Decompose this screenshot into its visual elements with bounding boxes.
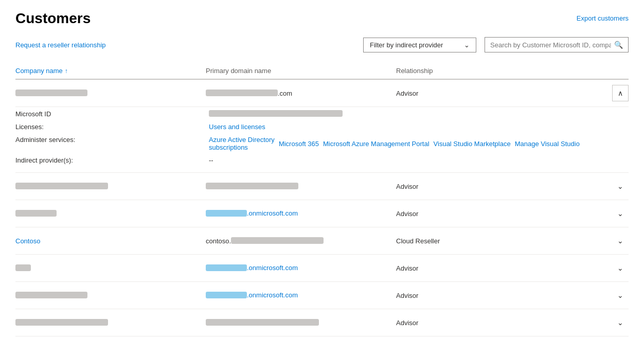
table-row-2: Advisor ⌄ (15, 173, 629, 200)
expand-button-3[interactable]: ⌄ (612, 205, 629, 222)
table-row-main-1: .com Advisor ∧ (15, 80, 629, 107)
relationship-cell-7: Advisor (396, 319, 598, 327)
expand-button-4[interactable]: ⌄ (612, 233, 629, 249)
relationship-value-4: Cloud Reseller (396, 237, 440, 245)
domain-link-5[interactable]: .onmicrosoft.com (206, 264, 298, 272)
domain-blurred-7 (206, 319, 319, 326)
vs-marketplace-link[interactable]: Visual Studio Marketplace (434, 140, 511, 148)
expand-cell-6: ⌄ (598, 287, 629, 304)
domain-cell-4: contoso. (206, 237, 396, 245)
expand-cell-7: ⌄ (598, 314, 629, 331)
column-header-actions (598, 67, 629, 75)
filter-dropdown-icon: ⌄ (464, 41, 470, 49)
filter-by-provider-button[interactable]: Filter by indirect provider ⌄ (363, 38, 476, 52)
administer-links-container: Azure Active Directorysubscriptions Micr… (209, 136, 629, 151)
relationship-cell-1: Advisor (396, 90, 598, 97)
column-header-relationship: Relationship (396, 67, 598, 75)
domain-prefix-blurred-6 (206, 292, 247, 298)
table-row-5: .onmicrosoft.com Advisor ⌄ (15, 255, 629, 282)
domain-link-3[interactable]: .onmicrosoft.com (206, 209, 298, 217)
expand-cell-2: ⌄ (598, 178, 629, 194)
relationship-value-3: Advisor (396, 210, 418, 218)
domain-suffix-3: .onmicrosoft.com (247, 209, 298, 217)
indirect-provider-value: -- (209, 155, 629, 165)
expanded-row-1: Microsoft ID Licenses: Users and license… (15, 107, 629, 173)
company-name-cell-5 (15, 264, 206, 272)
company-name-blurred-3 (15, 210, 57, 217)
filter-button-label: Filter by indirect provider (370, 41, 443, 49)
table-row-7: Advisor ⌄ (15, 309, 629, 336)
page-header: Customers Export customers (15, 10, 629, 27)
expand-button-5[interactable]: ⌄ (612, 260, 629, 276)
relationship-cell-3: Advisor (396, 210, 598, 218)
sort-up-icon: ↑ (65, 67, 68, 75)
domain-suffix-5: .onmicrosoft.com (247, 264, 298, 272)
expand-cell-5: ⌄ (598, 260, 629, 276)
azure-ad-link[interactable]: Azure Active Directorysubscriptions (209, 136, 275, 151)
manage-vs-link[interactable]: Manage Visual Studio (515, 140, 580, 148)
domain-link-6[interactable]: .onmicrosoft.com (206, 291, 298, 299)
expand-toggle-1: ∧ (598, 85, 629, 101)
company-name-blurred-7 (15, 319, 108, 326)
expand-button-6[interactable]: ⌄ (612, 287, 629, 304)
expand-button-2[interactable]: ⌄ (612, 178, 629, 194)
licenses-value: Users and licenses (209, 122, 629, 132)
users-and-licenses-link[interactable]: Users and licenses (209, 123, 265, 131)
m365-link[interactable]: Microsoft 365 (279, 140, 319, 148)
customers-table: Company name ↑ Primary domain name Relat… (15, 63, 629, 336)
company-name-blurred-1 (15, 90, 87, 96)
col-relationship-label: Relationship (396, 67, 433, 75)
domain-suffix-6: .onmicrosoft.com (247, 291, 298, 299)
company-name-cell-3 (15, 210, 206, 218)
relationship-value-5: Advisor (396, 264, 418, 272)
col-company-label: Company name (15, 67, 63, 75)
company-name-blurred-6 (15, 292, 87, 298)
table-row-3: .onmicrosoft.com Advisor ⌄ (15, 200, 629, 227)
domain-prefix-blurred-5 (206, 264, 247, 271)
search-input[interactable] (490, 41, 611, 49)
collapse-button-1[interactable]: ∧ (612, 85, 629, 101)
relationship-cell-5: Advisor (396, 264, 598, 272)
microsoft-id-blurred (209, 110, 343, 117)
company-name-blurred-5 (15, 264, 31, 271)
microsoft-id-value-1 (209, 109, 629, 119)
relationship-value-1: Advisor (396, 90, 418, 97)
domain-blurred-1 (206, 90, 278, 96)
search-icon: 🔍 (614, 41, 623, 49)
table-row-6: .onmicrosoft.com Advisor ⌄ (15, 282, 629, 309)
relationship-value-6: Advisor (396, 292, 418, 299)
reseller-relationship-link[interactable]: Request a reseller relationship (15, 41, 106, 49)
domain-suffix-1: .com (278, 90, 292, 97)
azure-mgmt-link[interactable]: Microsoft Azure Management Portal (323, 140, 430, 148)
export-customers-link[interactable]: Export customers (577, 14, 629, 22)
company-name-cell-6 (15, 292, 206, 299)
relationship-value-7: Advisor (396, 319, 418, 327)
relationship-cell-2: Advisor (396, 183, 598, 190)
domain-cell-2 (206, 183, 396, 190)
expanded-content-1: Microsoft ID Licenses: Users and license… (15, 107, 629, 167)
indirect-provider-label: Indirect provider(s): (15, 155, 206, 165)
column-header-company[interactable]: Company name ↑ (15, 67, 206, 75)
company-name-cell-7 (15, 319, 206, 327)
table-row-4: Contoso contoso. Cloud Reseller ⌄ (15, 227, 629, 255)
expand-cell-4: ⌄ (598, 233, 629, 249)
domain-cell-6: .onmicrosoft.com (206, 291, 396, 299)
administer-services-value: Azure Active Directorysubscriptions Micr… (209, 135, 629, 152)
domain-cell-5: .onmicrosoft.com (206, 264, 396, 272)
contoso-company-link[interactable]: Contoso (15, 237, 40, 245)
table-header: Company name ↑ Primary domain name Relat… (15, 63, 629, 80)
expand-cell-3: ⌄ (598, 205, 629, 222)
microsoft-id-label: Microsoft ID (15, 109, 206, 119)
relationship-value-2: Advisor (396, 183, 418, 190)
expand-button-7[interactable]: ⌄ (612, 314, 629, 331)
search-box: 🔍 (485, 37, 629, 52)
licenses-label: Licenses: (15, 122, 206, 132)
domain-cell-1: .com (206, 90, 396, 97)
relationship-cell-6: Advisor (396, 292, 598, 299)
domain-suffix-blurred-4 (231, 237, 324, 244)
company-name-cell-2 (15, 183, 206, 190)
domain-cell-3: .onmicrosoft.com (206, 209, 396, 218)
administer-services-label: Administer services: (15, 135, 206, 152)
domain-blurred-2 (206, 183, 298, 189)
domain-prefix-4: contoso. (206, 237, 231, 245)
